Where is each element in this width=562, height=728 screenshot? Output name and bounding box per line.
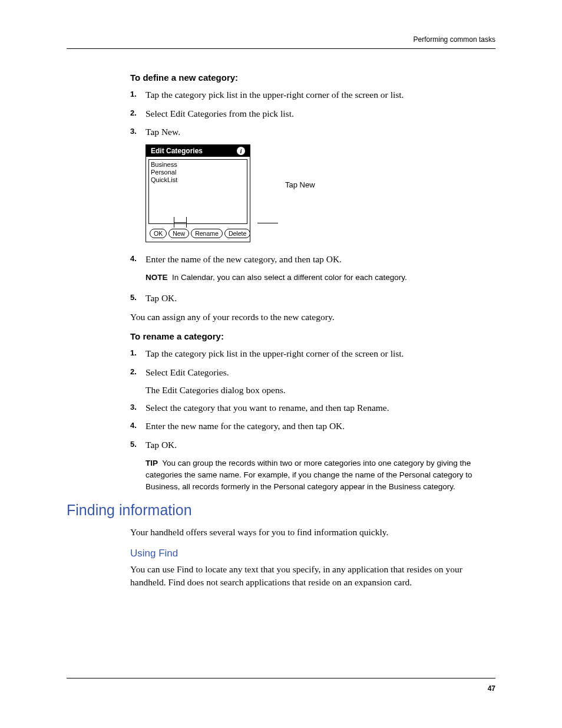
note-text: In Calendar, you can also select a diffe… bbox=[172, 273, 407, 282]
section-heading-define: To define a new category: bbox=[130, 73, 495, 83]
note-block: NOTE In Calendar, you can also select a … bbox=[130, 272, 495, 284]
step-item: Tap OK. bbox=[130, 439, 495, 452]
step-item: Tap the category pick list in the upper-… bbox=[130, 88, 495, 101]
step-item: Tap New. bbox=[130, 126, 495, 139]
list-item: Personal bbox=[151, 169, 245, 176]
step-item: Select Edit Categories from the pick lis… bbox=[130, 107, 495, 120]
figure-edit-categories: Edit Categories i Business Personal Quic… bbox=[146, 144, 495, 242]
heading-finding-information: Finding information bbox=[67, 502, 495, 519]
new-button: New bbox=[168, 229, 189, 238]
tip-block: TIP You can group the records within two… bbox=[130, 457, 495, 493]
category-list: Business Personal QuickList bbox=[148, 159, 247, 224]
tip-label: TIP bbox=[146, 459, 158, 467]
paragraph: You can assign any of your records to th… bbox=[130, 311, 495, 324]
step-item: Enter the new name for the category, and… bbox=[130, 420, 495, 433]
palm-dialog: Edit Categories i Business Personal Quic… bbox=[146, 144, 250, 242]
list-item: QuickList bbox=[151, 176, 245, 184]
page-number: 47 bbox=[67, 678, 495, 693]
running-header: Performing common tasks bbox=[67, 35, 495, 49]
delete-button: Delete bbox=[224, 229, 250, 238]
heading-using-find: Using Find bbox=[130, 548, 495, 559]
step-item: Enter the name of the new category, and … bbox=[130, 253, 495, 266]
paragraph: The Edit Categories dialog box opens. bbox=[130, 385, 495, 396]
step-item: Tap OK. bbox=[130, 292, 495, 305]
ok-button: OK bbox=[150, 229, 167, 238]
list-item: Business bbox=[151, 161, 245, 169]
step-item: Select Edit Categories. bbox=[130, 366, 495, 379]
section-heading-rename: To rename a category: bbox=[130, 331, 495, 341]
tip-text: You can group the records within two or … bbox=[146, 459, 472, 492]
paragraph: Your handheld offers several ways for yo… bbox=[130, 526, 495, 539]
rename-button: Rename bbox=[191, 229, 223, 238]
step-item: Select the category that you want to ren… bbox=[130, 401, 495, 414]
step-item: Tap the category pick list in the upper-… bbox=[130, 347, 495, 360]
info-icon: i bbox=[237, 147, 245, 155]
callout-label: Tap New bbox=[285, 180, 315, 207]
note-label: NOTE bbox=[146, 273, 168, 282]
paragraph: You can use Find to locate any text that… bbox=[130, 563, 495, 588]
dialog-title: Edit Categories bbox=[151, 147, 203, 155]
